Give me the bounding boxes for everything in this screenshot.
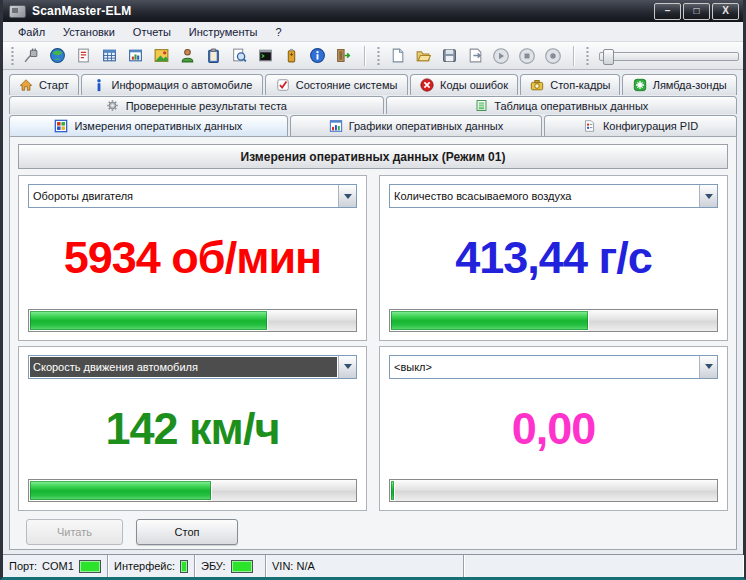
pid-select-speed[interactable]: Скорость движения автомобиля [28, 355, 357, 379]
stop-button[interactable]: Стоп [136, 519, 238, 545]
globe-icon[interactable] [46, 44, 70, 68]
tab-pid-config[interactable]: Конфигурация PID [544, 115, 737, 136]
chevron-down-icon[interactable] [338, 185, 356, 207]
meter-panel-off: <выкл> 0,00 [379, 346, 728, 512]
status-vin: VIN: N/A [266, 555, 464, 577]
pid-select-value: Обороты двигателя [29, 185, 338, 207]
toolbar-slider[interactable] [599, 49, 739, 63]
chevron-down-icon[interactable] [699, 185, 717, 207]
color-grid-icon [54, 119, 68, 133]
green-asterisk-icon [633, 78, 647, 92]
meter-bar-fill [29, 480, 212, 501]
app-window: ScanMaster-ELM – □ X Файл Установки Отче… [0, 0, 746, 580]
menu-settings[interactable]: Установки [54, 24, 124, 40]
window-title: ScanMaster-ELM [32, 4, 654, 18]
meter-value-maf: 413,44 г/с [389, 208, 718, 309]
gear-icon [106, 99, 120, 113]
toolbar-grip-3[interactable] [585, 47, 590, 65]
bar-chart-icon [329, 119, 343, 133]
save-icon[interactable] [438, 44, 462, 68]
battery-icon[interactable] [280, 44, 304, 68]
maximize-button[interactable]: □ [683, 3, 710, 20]
meter-grid: Обороты двигателя 5934 об/мин Количество… [18, 175, 728, 511]
menu-bar: Файл Установки Отчеты Инструменты ? [3, 22, 743, 42]
info-icon[interactable] [306, 44, 330, 68]
play-icon[interactable] [489, 44, 513, 68]
clipboard-icon[interactable] [202, 44, 226, 68]
toolbar-grip-2[interactable] [376, 47, 381, 65]
slider-track[interactable] [599, 52, 739, 61]
new-file-icon[interactable] [386, 44, 410, 68]
export-icon[interactable] [463, 44, 487, 68]
connect-icon[interactable] [20, 44, 44, 68]
tab-label: Измерения оперативных данных [74, 120, 242, 132]
toolbar-separator [364, 46, 365, 66]
user-icon[interactable] [176, 44, 200, 68]
tab-live-data-graphs[interactable]: Графики оперативных данных [290, 115, 542, 136]
pid-select-off[interactable]: <выкл> [389, 355, 718, 379]
menu-file[interactable]: Файл [9, 24, 54, 40]
meter-bar-maf [389, 309, 718, 332]
exit-icon[interactable] [332, 44, 356, 68]
status-port: Порт: COM1 [3, 555, 108, 577]
chevron-down-icon[interactable] [699, 356, 717, 378]
pid-select-value: Количество всасываемого воздуха [390, 185, 699, 207]
tab-live-data-table[interactable]: Таблица оперативных данных [386, 96, 737, 114]
tab-system-status[interactable]: Состояние системы [265, 74, 408, 95]
minimize-button[interactable]: – [654, 3, 681, 20]
toolbar-separator-2 [573, 46, 574, 66]
tab-label: Коды ошибок [440, 79, 508, 91]
slider-thumb[interactable] [603, 49, 614, 65]
console-icon[interactable] [254, 44, 278, 68]
tab-freeze-frames[interactable]: Стоп-кадры [520, 74, 620, 95]
close-button[interactable]: X [712, 3, 739, 20]
stop-icon[interactable] [515, 44, 539, 68]
tab-label: Конфигурация PID [603, 120, 698, 132]
menu-tools[interactable]: Инструменты [180, 24, 267, 40]
tab-trouble-codes[interactable]: Коды ошибок [410, 74, 518, 95]
pid-doc-icon [583, 119, 597, 133]
port-status-led [79, 560, 101, 573]
tab-lambda-sensors[interactable]: Лямбда-зонды [622, 74, 737, 95]
status-bar: Порт: COM1 Интерфейс: ЭБУ: VIN: N/A [3, 554, 743, 577]
pid-select-value: <выкл> [390, 356, 699, 378]
report-icon[interactable] [72, 44, 96, 68]
pid-select-value: Скорость движения автомобиля [30, 357, 337, 377]
chevron-down-icon[interactable] [338, 356, 356, 378]
meter-value-speed: 142 км/ч [28, 379, 357, 480]
data-chart-icon[interactable] [124, 44, 148, 68]
tab-start[interactable]: Старт [9, 74, 79, 95]
tab-label: Проверенные результаты теста [126, 100, 287, 112]
tab-live-data-meters[interactable]: Измерения оперативных данных [9, 115, 288, 136]
menu-help[interactable]: ? [266, 24, 290, 40]
tab-vehicle-info[interactable]: Информация о автомобиле [81, 74, 264, 95]
toolbar-grip[interactable] [10, 47, 15, 65]
read-button[interactable]: Читать [26, 519, 123, 545]
gallery-icon[interactable] [150, 44, 174, 68]
status-ecu: ЭБУ: [195, 555, 266, 577]
pid-select-rpm[interactable]: Обороты двигателя [28, 184, 357, 208]
tab-tested-results[interactable]: Проверенные результаты теста [9, 96, 384, 114]
meter-panel-speed: Скорость движения автомобиля 142 км/ч [18, 346, 367, 512]
meter-panel-maf: Количество всасываемого воздуха 413,44 г… [379, 175, 728, 341]
info-i-icon [92, 78, 106, 92]
search-icon[interactable] [228, 44, 252, 68]
tab-label: Информация о автомобиле [112, 79, 253, 91]
vin-value: VIN: N/A [272, 560, 315, 572]
record-icon[interactable] [541, 44, 565, 68]
open-icon[interactable] [412, 44, 436, 68]
ecu-status-led [231, 560, 253, 573]
tab-label: Графики оперативных данных [349, 120, 504, 132]
data-table-icon[interactable] [98, 44, 122, 68]
live-data-meters-page: Измерения оперативных данных (Режим 01) … [9, 136, 737, 550]
meter-value-rpm: 5934 об/мин [28, 208, 357, 309]
pid-select-maf[interactable]: Количество всасываемого воздуха [389, 184, 718, 208]
tab-strip: Старт Информация о автомобиле Состояние … [3, 70, 743, 136]
app-chip-icon [9, 5, 26, 18]
meter-bar-rpm [28, 309, 357, 332]
page-title: Измерения оперативных данных (Режим 01) [18, 144, 728, 169]
toolbar [3, 42, 743, 70]
port-value: COM1 [42, 560, 74, 572]
menu-reports[interactable]: Отчеты [124, 24, 180, 40]
green-table-icon [474, 99, 488, 113]
